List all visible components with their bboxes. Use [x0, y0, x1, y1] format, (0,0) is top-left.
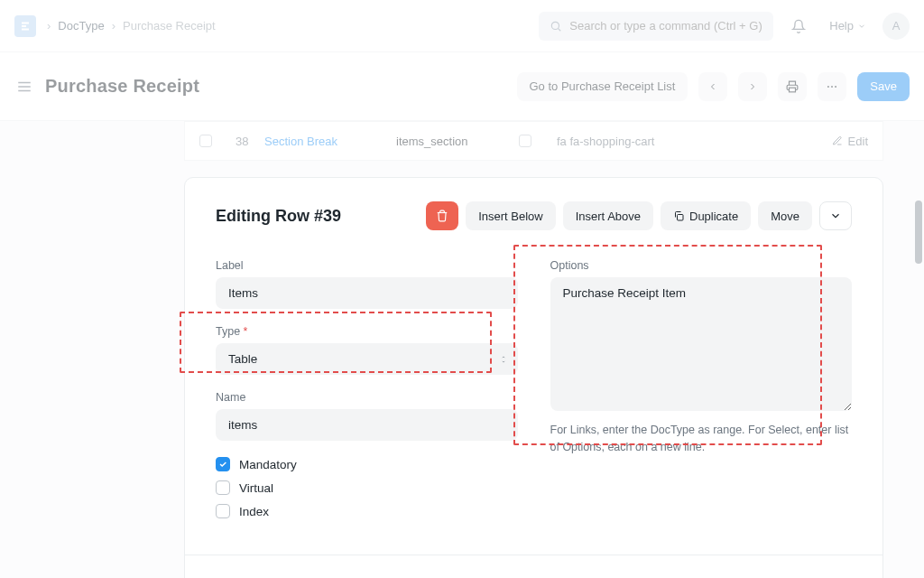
virtual-checkbox-row[interactable]: Virtual [216, 480, 518, 495]
dots-icon [826, 80, 838, 93]
page-header: Purchase Receipt Go to Purchase Receipt … [0, 52, 924, 121]
chevron-down-icon [829, 210, 842, 222]
table-row[interactable]: 38 Section Break items_section fa fa-sho… [184, 121, 883, 161]
row-fieldname: items_section [387, 135, 503, 148]
type-select[interactable] [216, 343, 518, 375]
svg-rect-1 [790, 88, 796, 92]
notifications-button[interactable] [784, 12, 813, 41]
sidebar-toggle[interactable] [14, 77, 34, 97]
bell-icon [791, 19, 806, 33]
move-button[interactable]: Move [758, 201, 812, 230]
row-type: Section Break [255, 135, 387, 148]
svg-point-3 [831, 86, 833, 88]
delete-row-button[interactable] [426, 201, 458, 230]
chevron-right-icon: › [112, 19, 116, 33]
options-textarea[interactable] [550, 277, 853, 411]
row-edit-link[interactable]: Edit [696, 135, 882, 148]
row-mandatory-checkbox[interactable] [519, 135, 531, 147]
scrollbar-thumb[interactable] [915, 200, 922, 264]
save-button[interactable]: Save [857, 72, 910, 101]
insert-below-button[interactable]: Insert Below [466, 201, 556, 230]
checkbox-empty-icon [216, 504, 230, 518]
breadcrumb-current: Purchase Receipt [123, 19, 216, 33]
options-field-label: Options [550, 259, 853, 272]
trash-icon [436, 210, 448, 222]
virtual-label: Virtual [239, 481, 273, 495]
go-to-list-button[interactable]: Go to Purchase Receipt List [517, 72, 688, 101]
row-number: 38 [226, 135, 255, 148]
prev-button[interactable] [698, 72, 727, 101]
search-input[interactable] [569, 19, 762, 33]
index-label: Index [239, 505, 269, 518]
user-avatar[interactable]: A [882, 13, 910, 40]
collapse-button[interactable] [819, 201, 852, 230]
index-checkbox-row[interactable]: Index [216, 504, 518, 518]
print-button[interactable] [778, 72, 807, 101]
insert-above-button[interactable]: Insert Above [563, 201, 653, 230]
help-label: Help [829, 19, 854, 33]
chevron-left-icon [707, 81, 718, 92]
name-field-label: Name [216, 391, 518, 404]
copy-icon [673, 210, 684, 221]
name-input[interactable] [216, 409, 518, 441]
mandatory-checkbox-row[interactable]: Mandatory [216, 457, 518, 471]
printer-icon [786, 80, 799, 93]
select-caret-icon [500, 355, 507, 364]
page-title: Purchase Receipt [45, 76, 199, 97]
global-search[interactable] [539, 12, 773, 41]
help-dropdown[interactable]: Help [824, 12, 872, 41]
chevron-right-icon: › [47, 19, 51, 33]
label-input[interactable] [216, 277, 518, 309]
svg-point-2 [827, 86, 829, 88]
breadcrumb-doctype[interactable]: DocType [58, 19, 104, 33]
checkbox-empty-icon [216, 480, 230, 495]
chevron-down-icon [857, 22, 866, 31]
top-navbar: › DocType › Purchase Receipt Help A [0, 0, 924, 52]
next-button[interactable] [738, 72, 767, 101]
edit-icon [832, 135, 843, 146]
app-logo[interactable] [14, 15, 36, 37]
card-title: Editing Row #39 [216, 207, 426, 226]
svg-rect-5 [678, 215, 684, 221]
duplicate-label: Duplicate [689, 210, 738, 223]
svg-point-4 [836, 86, 837, 88]
search-icon [550, 20, 562, 33]
mandatory-label: Mandatory [239, 458, 297, 471]
options-help-text: For Links, enter the DocType as range. F… [550, 422, 853, 456]
row-editor-card: Editing Row #39 Insert Below Insert Abov… [184, 177, 883, 578]
menu-icon [16, 79, 32, 95]
svg-point-0 [552, 22, 559, 29]
row-checkbox[interactable] [199, 135, 212, 147]
duplicate-button[interactable]: Duplicate [661, 201, 751, 230]
type-field-label: Type * [216, 325, 518, 338]
row-options: fa fa-shopping-cart [548, 135, 696, 148]
row-edit-label: Edit [848, 135, 868, 148]
more-button[interactable] [818, 72, 846, 101]
chevron-right-icon [747, 81, 758, 92]
checkbox-checked-icon [216, 457, 230, 471]
label-field-label: Label [216, 259, 518, 272]
breadcrumb: › DocType › Purchase Receipt [47, 19, 216, 33]
